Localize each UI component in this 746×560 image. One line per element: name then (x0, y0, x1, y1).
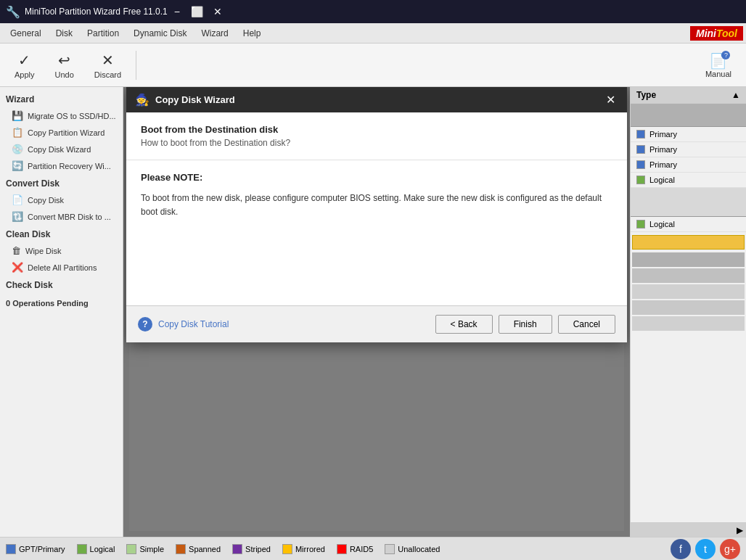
legend-raid5: RAID5 (337, 544, 373, 554)
logical-color-indicator (636, 176, 645, 184)
legend-logical: Logical (77, 544, 115, 554)
maximize-button[interactable]: ⬜ (188, 4, 207, 20)
primary-color-indicator (636, 130, 645, 139)
primary-color-indicator (636, 160, 645, 169)
back-button[interactable]: < Back (435, 315, 493, 334)
undo-button[interactable]: ↩ Undo (46, 49, 83, 82)
primary-color-indicator (636, 145, 645, 154)
legend-mirrored: Mirrored (282, 544, 325, 554)
scroll-indicator: ▲ (731, 90, 740, 100)
sidebar-item-delete-partitions[interactable]: ❌ Delete All Partitions (0, 259, 123, 276)
apply-button[interactable]: ✓ Apply (6, 49, 44, 82)
list-item: Logical (631, 217, 746, 232)
sidebar-item-copy-disk[interactable]: 💿 Copy Disk Wizard (0, 141, 123, 157)
menu-general[interactable]: General (3, 25, 49, 41)
copy-disk-wizard-modal: 🧙 Copy Disk Wizard ✕ Boot from the Desti… (126, 87, 627, 342)
discard-icon: ✕ (102, 52, 114, 69)
app-title: MiniTool Partition Wizard Free 11.0.1 (25, 7, 168, 17)
legend-simple: Simple (126, 544, 164, 554)
help-icon[interactable]: ? (138, 317, 152, 332)
menu-partition[interactable]: Partition (80, 25, 126, 41)
legend-striped: Striped (232, 544, 271, 554)
discard-button[interactable]: ✕ Discard (86, 49, 130, 82)
undo-icon: ↩ (58, 52, 70, 69)
simple-color-box (126, 544, 136, 554)
right-panel-scroll-right[interactable]: ▶ (631, 522, 746, 537)
right-panel-list: Primary Primary Primary Logical Logical (631, 104, 746, 522)
migrate-icon: 💾 (12, 110, 23, 121)
copy-disk-icon: 💿 (12, 144, 23, 155)
copy-disk2-icon: 📄 (12, 194, 23, 205)
modal-header-section: Boot from the Destination disk How to bo… (126, 112, 627, 160)
toolbar-separator (136, 51, 136, 80)
striped-color-box (232, 544, 242, 554)
sidebar-item-migrate[interactable]: 💾 Migrate OS to SSD/HD... (0, 107, 123, 124)
modal-note-section: Please NOTE: To boot from the new disk, … (126, 160, 627, 305)
modal-overlay: 🧙 Copy Disk Wizard ✕ Boot from the Desti… (123, 87, 630, 537)
finish-button[interactable]: Finish (499, 315, 552, 334)
wizard-section-header: Wizard (0, 90, 123, 107)
copy-partition-icon: 📋 (12, 127, 23, 138)
sidebar-item-partition-recovery[interactable]: 🔄 Partition Recovery Wi... (0, 157, 123, 174)
statusbar: GPT/Primary Logical Simple Spanned Strip… (0, 537, 746, 560)
modal-icon: 🧙 (135, 93, 149, 107)
delete-partitions-icon: ❌ (12, 262, 23, 273)
close-button[interactable]: ✕ (208, 4, 227, 20)
footer-buttons: < Back Finish Cancel (435, 315, 615, 334)
menu-wizard[interactable]: Wizard (194, 25, 235, 41)
wipe-disk-icon: 🗑 (12, 245, 21, 256)
sidebar-item-convert-mbr[interactable]: 🔃 Convert MBR Disk to ... (0, 208, 123, 225)
convert-mbr-icon: 🔃 (12, 211, 23, 222)
gpt-color-box (6, 544, 16, 554)
please-note-label: Please NOTE: (141, 172, 612, 183)
right-panel-header: Type ▲ (631, 87, 746, 104)
sidebar: Wizard 💾 Migrate OS to SSD/HD... 📋 Copy … (0, 87, 123, 537)
sidebar-item-wipe-disk[interactable]: 🗑 Wipe Disk (0, 242, 123, 259)
tutorial-link[interactable]: Copy Disk Tutorial (158, 319, 229, 329)
sidebar-item-copy-partition[interactable]: 📋 Copy Partition Wizard (0, 124, 123, 141)
list-item: Primary (631, 142, 746, 157)
logical-color-indicator (636, 220, 645, 228)
menu-disk[interactable]: Disk (49, 25, 80, 41)
legend-spanned: Spanned (176, 544, 221, 554)
googleplus-button[interactable]: g+ (720, 539, 740, 559)
modal-footer: ? Copy Disk Tutorial < Back Finish Cance… (126, 305, 627, 342)
sidebar-item-copy-disk2[interactable]: 📄 Copy Disk (0, 192, 123, 208)
modal-close-button[interactable]: ✕ (603, 93, 618, 107)
modal-title: Copy Disk Wizard (155, 94, 235, 105)
minitool-logo: MiniTool (690, 26, 743, 41)
partition-recovery-icon: 🔄 (12, 160, 23, 171)
titlebar: 🔧 MiniTool Partition Wizard Free 11.0.1 … (0, 0, 746, 23)
modal-header-title: Boot from the Destination disk (141, 124, 612, 135)
spanned-color-box (176, 544, 186, 554)
twitter-button[interactable]: t (695, 539, 716, 559)
right-panel: Type ▲ Primary Primary Primary Logical (630, 87, 746, 537)
social-icons: f t g+ (671, 539, 740, 559)
window-controls: − ⬜ ✕ (168, 4, 227, 20)
minimize-button[interactable]: − (168, 4, 186, 20)
modal-titlebar: 🧙 Copy Disk Wizard ✕ (126, 87, 627, 112)
list-item: Logical (631, 173, 746, 188)
legend-unallocated: Unallocated (385, 544, 440, 554)
convert-section-header: Convert Disk (0, 174, 123, 192)
raid5-color-box (337, 544, 347, 554)
menu-dynamic-disk[interactable]: Dynamic Disk (126, 25, 194, 41)
content-area: 🧙 Copy Disk Wizard ✕ Boot from the Desti… (123, 87, 630, 537)
manual-button[interactable]: 📄 ? Manual (697, 49, 740, 81)
menubar: General Disk Partition Dynamic Disk Wiza… (0, 23, 746, 44)
clean-section-header: Clean Disk (0, 225, 123, 242)
operations-pending: 0 Operations Pending (0, 293, 123, 313)
modal-header-subtitle: How to boot from the Destination disk? (141, 138, 612, 148)
menu-help[interactable]: Help (236, 25, 269, 41)
note-text: To boot from the new disk, please config… (141, 192, 612, 219)
main-layout: Wizard 💾 Migrate OS to SSD/HD... 📋 Copy … (0, 87, 746, 537)
cancel-button[interactable]: Cancel (558, 315, 615, 334)
legend-gpt-primary: GPT/Primary (6, 544, 65, 554)
list-item: Primary (631, 127, 746, 142)
toolbar: ✓ Apply ↩ Undo ✕ Discard 📄 ? Manual (0, 44, 746, 87)
apply-icon: ✓ (18, 52, 30, 69)
facebook-button[interactable]: f (671, 539, 691, 559)
list-item: Primary (631, 157, 746, 173)
logical-color-box (77, 544, 87, 554)
mirrored-color-box (282, 544, 292, 554)
